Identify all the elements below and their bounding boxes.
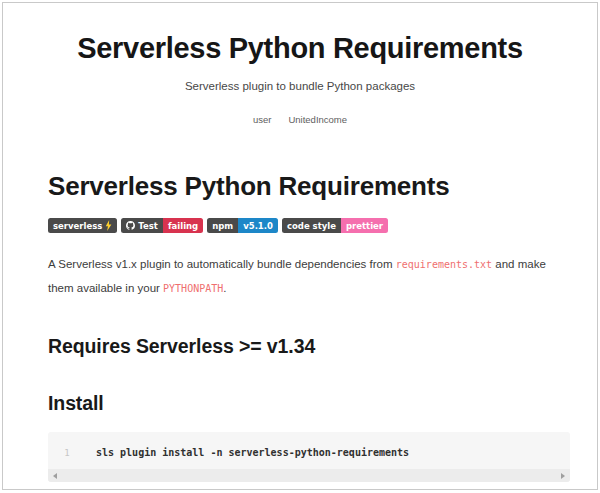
badge-test-status[interactable]: Test failing (121, 218, 203, 233)
intro-text-3: . (223, 282, 226, 294)
meta-row: user UnitedIncome (3, 114, 597, 126)
meta-user-label: user (253, 114, 271, 126)
scroll-right-arrow-icon[interactable] (561, 473, 565, 479)
badge-serverless[interactable]: serverless (48, 218, 117, 233)
install-code-block: 1 sls plugin install -n serverless-pytho… (48, 432, 570, 482)
badge-npm-version[interactable]: npm v5.1.0 (207, 218, 278, 233)
badge-serverless-label-segment: serverless (48, 218, 117, 233)
lightning-bolt-icon (105, 220, 112, 231)
badge-code-style-label: code style (287, 221, 336, 231)
badge-npm-label-segment: npm (207, 218, 238, 233)
badge-test-label-segment: Test (121, 218, 163, 233)
install-heading: Install (48, 392, 570, 415)
scroll-left-arrow-icon[interactable] (53, 473, 57, 479)
badge-code-style-value-segment: prettier (341, 218, 388, 233)
intro-text-1: A Serverless v1.x plugin to automaticall… (48, 258, 396, 270)
inline-code-requirements-txt: requirements.txt (396, 259, 492, 270)
site-tagline: Serverless plugin to bundle Python packa… (3, 79, 597, 94)
article-title: Serverless Python Requirements (48, 171, 570, 202)
site-header: Serverless Python Requirements Serverles… (3, 3, 597, 126)
badge-npm-version-value: v5.1.0 (243, 221, 273, 231)
badge-npm-label: npm (212, 221, 233, 231)
badge-test-status-value: failing (168, 221, 198, 231)
page: Serverless Python Requirements Serverles… (2, 2, 598, 490)
badge-test-status-segment: failing (163, 218, 203, 233)
code-line: 1 sls plugin install -n serverless-pytho… (48, 432, 570, 469)
badge-code-style[interactable]: code style prettier (282, 218, 388, 233)
badge-npm-version-segment: v5.1.0 (238, 218, 278, 233)
article: Serverless Python Requirements serverles… (3, 126, 597, 482)
code-text: sls plugin install -n serverless-python-… (96, 447, 409, 458)
badge-code-style-label-segment: code style (282, 218, 341, 233)
badge-row: serverless Test failing (48, 218, 570, 233)
requires-heading: Requires Serverless >= v1.34 (48, 335, 570, 358)
badge-serverless-label: serverless (53, 221, 102, 231)
code-line-number: 1 (56, 448, 78, 458)
badge-test-label: Test (138, 221, 158, 231)
site-title: Serverless Python Requirements (3, 30, 597, 66)
badge-code-style-value: prettier (346, 221, 383, 231)
meta-user-value: UnitedIncome (288, 114, 347, 126)
inline-code-pythonpath: PYTHONPATH (163, 283, 223, 294)
intro-paragraph: A Serverless v1.x plugin to automaticall… (48, 253, 568, 300)
horizontal-scrollbar[interactable] (48, 469, 570, 482)
github-octocat-icon (126, 221, 135, 230)
